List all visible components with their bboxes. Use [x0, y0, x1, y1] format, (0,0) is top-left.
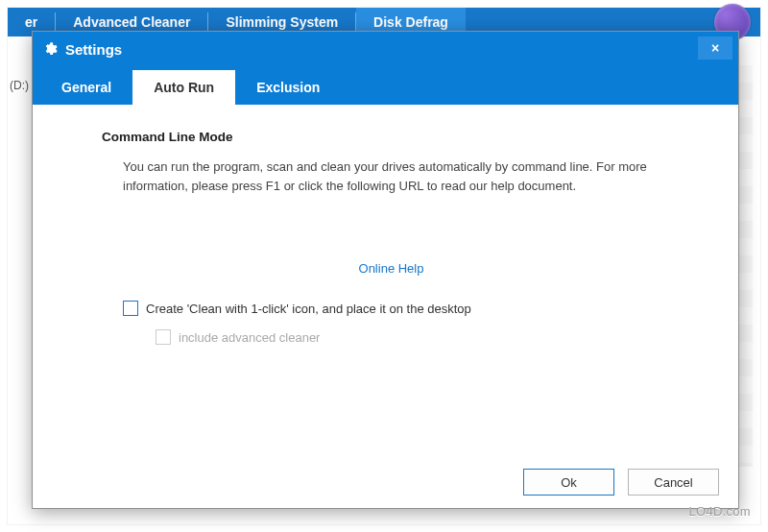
- tab-auto-run[interactable]: Auto Run: [132, 70, 235, 105]
- watermark: LO4D.com: [688, 504, 751, 519]
- app-window: er Advanced Cleaner Slimming System Disk…: [8, 8, 760, 524]
- background-drive-label: (D:): [8, 79, 29, 92]
- checkbox-create-icon[interactable]: [123, 301, 138, 316]
- gear-icon: [42, 41, 58, 57]
- cancel-button[interactable]: Cancel: [628, 469, 719, 496]
- checkbox-row-include-advanced: include advanced cleaner: [156, 329, 681, 345]
- tab-exclusion[interactable]: Exclusion: [235, 70, 341, 105]
- dialog-tabs: General Auto Run Exclusion: [33, 66, 738, 105]
- checkbox-include-advanced-label: include advanced cleaner: [179, 330, 320, 345]
- dialog-footer: Ok Cancel: [33, 456, 738, 508]
- dialog-titlebar: Settings ×: [33, 32, 738, 66]
- checkbox-create-icon-label: Create 'Clean with 1-click' icon, and pl…: [146, 302, 471, 316]
- checkbox-include-advanced: [156, 329, 171, 345]
- tab-general[interactable]: General: [40, 70, 132, 105]
- description-text: You can run the program, scan and clean …: [123, 157, 660, 196]
- dialog-body: Command Line Mode You can run the progra…: [33, 105, 738, 456]
- ok-button[interactable]: Ok: [523, 469, 614, 496]
- close-button[interactable]: ×: [698, 36, 732, 60]
- close-icon: ×: [711, 40, 719, 56]
- settings-dialog: Settings × General Auto Run Exclusion Co…: [32, 31, 739, 509]
- dialog-title-text: Settings: [65, 41, 122, 58]
- checkbox-row-create-icon[interactable]: Create 'Clean with 1-click' icon, and pl…: [123, 301, 681, 316]
- section-title: Command Line Mode: [102, 130, 681, 144]
- online-help-link[interactable]: Online Help: [102, 261, 681, 276]
